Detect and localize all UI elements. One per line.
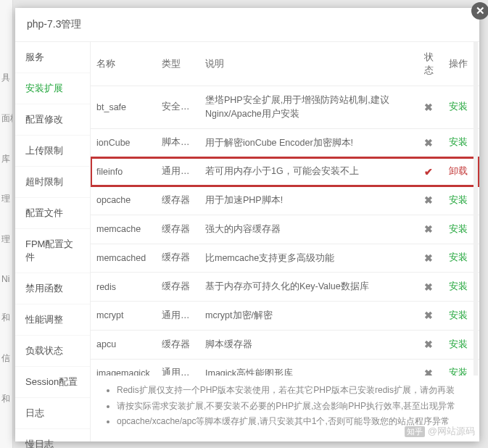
sidebar-item-label: 配置修改 <box>25 114 63 125</box>
sidebar-item-配置文件[interactable]: 配置文件 <box>15 198 90 229</box>
install-link[interactable]: 安装 <box>449 310 468 320</box>
bg-sidebar-fragment: 面板 <box>0 112 12 125</box>
content-panel: 名称 类型 说明 状态 操作 bt_safe安全扩展堡塔PHP安全扩展,用于增强… <box>91 42 479 441</box>
bg-sidebar-fragment: 库 <box>0 153 12 165</box>
cell-name: opcache <box>91 186 156 215</box>
cell-status: ✖ <box>414 359 443 376</box>
cell-type: 通用扩展 <box>156 359 199 376</box>
sidebar-item-label: 上传限制 <box>25 145 63 156</box>
note-item: 请按实际需求安装扩展,不要安装不必要的PHP扩展,这会影响PHP执行效率,甚至出… <box>117 399 465 415</box>
cell-name: imagemagick <box>91 359 156 376</box>
table-row: mcrypt通用扩展mcrypt加密/解密✖安装 <box>91 302 479 331</box>
bg-sidebar-fragment: 具 <box>0 72 12 84</box>
cell-name: ionCube <box>91 128 156 157</box>
sidebar-item-label: 超时限制 <box>25 176 63 187</box>
bg-sidebar-fragment: 理 <box>0 193 12 205</box>
sidebar-item-日志[interactable]: 日志 <box>15 398 90 429</box>
x-icon: ✖ <box>424 252 433 264</box>
table-row: apcu缓存器脚本缓存器✖安装 <box>91 330 479 359</box>
cell-type: 缓存器 <box>156 330 199 359</box>
sidebar-item-label: 慢日志 <box>25 439 54 448</box>
sidebar-item-FPM配置文件[interactable]: FPM配置文件 <box>15 229 90 273</box>
install-link[interactable]: 安装 <box>449 224 468 234</box>
sidebar-item-负载状态[interactable]: 负载状态 <box>15 336 90 367</box>
cell-status: ✖ <box>414 128 443 157</box>
cell-type: 通用扩展 <box>156 302 199 331</box>
cell-status: ✖ <box>414 186 443 215</box>
sidebar-item-超时限制[interactable]: 超时限制 <box>15 167 90 198</box>
th-name: 名称 <box>91 42 156 86</box>
x-icon: ✖ <box>424 281 433 293</box>
install-link[interactable]: 安装 <box>449 281 468 291</box>
watermark-text: @网站源码 <box>428 425 475 438</box>
table-scroll-area[interactable]: 名称 类型 说明 状态 操作 bt_safe安全扩展堡塔PHP安全扩展,用于增强… <box>91 42 479 376</box>
sidebar-item-安装扩展[interactable]: 安装扩展 <box>15 73 90 104</box>
table-row: ionCube脚本解密用于解密ionCube Encoder加密脚本!✖安装 <box>91 128 479 157</box>
cell-status: ✖ <box>414 330 443 359</box>
th-type: 类型 <box>156 42 199 86</box>
cell-name: apcu <box>91 330 156 359</box>
cell-name: memcached <box>91 244 156 273</box>
cell-status: ✖ <box>414 86 443 129</box>
sidebar-item-label: 性能调整 <box>25 314 63 325</box>
sidebar-item-禁用函数[interactable]: 禁用函数 <box>15 273 90 304</box>
cell-desc: 堡塔PHP安全扩展,用于增强防跨站机制,建议Nginx/Apache用户安装 <box>199 86 414 129</box>
cell-desc: 若可用内存小于1G，可能会安装不上 <box>199 157 414 186</box>
close-button[interactable]: ✕ <box>471 2 488 20</box>
table-row: opcache缓存器用于加速PHP脚本!✖安装 <box>91 186 479 215</box>
x-icon: ✖ <box>424 368 433 376</box>
note-item: Redis扩展仅支持一个PHP版本安装使用，若在其它PHP版本已安装redis扩… <box>117 383 465 399</box>
sidebar-item-label: 配置文件 <box>25 207 63 218</box>
th-status: 状态 <box>414 42 443 86</box>
sidebar-item-慢日志[interactable]: 慢日志 <box>15 429 90 448</box>
cell-type: 缓存器 <box>156 186 199 215</box>
x-icon: ✖ <box>424 223 433 235</box>
sidebar-item-配置修改[interactable]: 配置修改 <box>15 104 90 136</box>
sidebar-item-服务[interactable]: 服务 <box>15 42 90 73</box>
sidebar-item-label: 服务 <box>25 51 44 62</box>
dialog: ✕ php-7.3管理 服务安装扩展配置修改上传限制超时限制配置文件FPM配置文… <box>15 8 479 441</box>
sidebar-item-Session配置[interactable]: Session配置 <box>15 367 90 398</box>
x-icon: ✖ <box>424 194 433 206</box>
sidebar-item-label: 安装扩展 <box>25 83 63 94</box>
table-row: bt_safe安全扩展堡塔PHP安全扩展,用于增强防跨站机制,建议Nginx/A… <box>91 86 479 129</box>
background-left-sidebar: 具面板库理理Ni和信和 <box>0 0 13 448</box>
zhihu-logo: 知乎 <box>405 426 425 437</box>
bg-sidebar-fragment: 信 <box>0 352 12 365</box>
cell-status: ✔ <box>414 157 443 186</box>
sidebar-item-label: Session配置 <box>25 376 78 387</box>
install-link[interactable]: 安装 <box>449 101 468 112</box>
table-body: bt_safe安全扩展堡塔PHP安全扩展,用于增强防跨站机制,建议Nginx/A… <box>91 86 479 376</box>
table-row: memcached缓存器比memcache支持更多高级功能✖安装 <box>91 244 479 273</box>
bg-sidebar-fragment: 理 <box>0 233 12 246</box>
watermark: 知乎 @网站源码 <box>405 425 475 438</box>
sidebar-item-label: 负载状态 <box>25 345 63 356</box>
extensions-table: 名称 类型 说明 状态 操作 bt_safe安全扩展堡塔PHP安全扩展,用于增强… <box>91 42 479 376</box>
close-icon: ✕ <box>476 4 485 17</box>
dialog-body: 服务安装扩展配置修改上传限制超时限制配置文件FPM配置文件禁用函数性能调整负载状… <box>15 42 479 441</box>
check-icon: ✔ <box>424 166 433 178</box>
cell-desc: 比memcache支持更多高级功能 <box>199 244 414 273</box>
scrollbar[interactable] <box>473 42 478 376</box>
bg-sidebar-fragment: 和 <box>0 393 12 405</box>
sidebar-item-性能调整[interactable]: 性能调整 <box>15 304 90 336</box>
sidebar-item-上传限制[interactable]: 上传限制 <box>15 136 90 167</box>
bg-sidebar-fragment: 和 <box>0 312 12 324</box>
install-link[interactable]: 安装 <box>449 137 468 147</box>
install-link[interactable]: 安装 <box>449 339 468 349</box>
install-link[interactable]: 安装 <box>449 252 468 262</box>
cell-name: mcrypt <box>91 302 156 331</box>
cell-status: ✖ <box>414 273 443 302</box>
uninstall-link[interactable]: 卸载 <box>449 166 468 176</box>
install-link[interactable]: 安装 <box>449 195 468 205</box>
install-link[interactable]: 安装 <box>449 368 468 376</box>
cell-desc: Imagick高性能图形库 <box>199 359 414 376</box>
cell-status: ✖ <box>414 215 443 244</box>
cell-desc: 基于内存亦可持久化的Key-Value数据库 <box>199 273 414 302</box>
cell-type: 通用扩展 <box>156 157 199 186</box>
cell-desc: 用于解密ionCube Encoder加密脚本! <box>199 128 414 157</box>
th-desc: 说明 <box>199 42 414 86</box>
cell-name: redis <box>91 273 156 302</box>
left-nav: 服务安装扩展配置修改上传限制超时限制配置文件FPM配置文件禁用函数性能调整负载状… <box>15 42 91 441</box>
cell-type: 安全扩展 <box>156 86 199 129</box>
